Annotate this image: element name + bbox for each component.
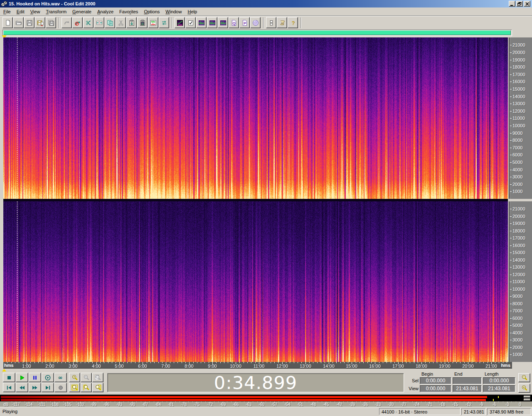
freq-tick-label: 12000 (512, 109, 525, 114)
save-file-button[interactable] (24, 17, 34, 28)
favorites-blocks-button[interactable] (266, 17, 276, 28)
close-button[interactable] (524, 1, 530, 7)
go-to-start-button[interactable] (3, 383, 15, 392)
restore-button[interactable] (516, 1, 523, 7)
view-end-value[interactable]: 21:43.081 (453, 385, 482, 392)
status-format-panel[interactable]: 44100 · 16-bit · Stereo (379, 408, 461, 415)
time-tick (193, 362, 194, 363)
time-tick (150, 362, 151, 363)
play-button[interactable] (16, 373, 28, 382)
stop-button[interactable] (3, 373, 15, 382)
fast-forward-button[interactable] (29, 383, 41, 392)
sel-header-begin: Begin (420, 371, 453, 377)
save-all-button[interactable] (46, 17, 56, 28)
menu-item-transform[interactable]: Transform (43, 8, 69, 15)
frequency-ruler-right[interactable]: 2100020000190001800017000160001500014000… (509, 201, 532, 362)
effect-block-2-button[interactable] (207, 17, 217, 28)
menu-item-favorites[interactable]: Favorites (116, 8, 141, 15)
menu-item-edit[interactable]: Edit (14, 8, 27, 15)
svg-text:P: P (244, 21, 246, 25)
cd-player-button[interactable] (250, 17, 261, 28)
time-display[interactable]: 0:34.899 (107, 373, 404, 392)
record-button[interactable] (54, 383, 67, 392)
menu-item-help[interactable]: Help (185, 8, 200, 15)
status-free-space-panel[interactable]: 3748.90 MB free (487, 408, 531, 415)
time-tick-label: 9:00 (208, 364, 217, 369)
sel-length-value[interactable]: 0:00.000 (483, 377, 515, 384)
menu-item-view[interactable]: View (27, 8, 43, 15)
db-tick-label: -105 (63, 402, 71, 407)
menu-item-generate[interactable]: Generate (69, 8, 94, 15)
pause-button[interactable] (29, 373, 41, 382)
freq-tick-label: 1000 (512, 189, 522, 194)
time-ruler[interactable]: 1:002:003:004:005:006:007:008:009:0010:0… (3, 362, 512, 369)
vertical-zoom-in-button[interactable] (518, 384, 530, 393)
view-begin-value[interactable]: 0:00.000 (420, 385, 451, 392)
freq-tick-label: 13000 (512, 101, 525, 106)
open-file-button[interactable] (13, 17, 24, 28)
time-tick-label: 17:00 (392, 364, 404, 369)
vertical-zoom-out-button[interactable] (518, 373, 530, 382)
convert-sample-type-button[interactable] (159, 17, 169, 28)
cut-button[interactable] (116, 17, 126, 28)
paste-to-new-button[interactable] (137, 17, 148, 28)
play-looped-button[interactable] (42, 373, 54, 382)
sel-end-value[interactable] (453, 377, 482, 384)
status-length-panel[interactable]: 21:43.081 (461, 408, 486, 415)
time-tick (480, 362, 480, 363)
spectrogram-right-channel[interactable] (3, 201, 508, 362)
overview-scrollbar[interactable] (3, 30, 511, 35)
menu-item-options[interactable]: Options (141, 8, 163, 15)
loop-button[interactable]: ∞ (54, 373, 67, 382)
time-tick (251, 362, 251, 363)
db-tick (382, 401, 382, 402)
zoom-out-button[interactable] (81, 373, 92, 382)
quality-doc-button[interactable]: Q (229, 17, 239, 28)
effect-block-1-button[interactable] (196, 17, 207, 28)
trim-button[interactable] (83, 17, 94, 28)
mix-paste-button[interactable] (148, 17, 158, 28)
scripts-button[interactable] (277, 17, 287, 28)
spectrogram-left-channel[interactable] (3, 37, 508, 199)
properties-doc-button[interactable]: P (239, 17, 250, 28)
minimize-button[interactable] (509, 1, 515, 7)
delete-silence-button[interactable] (94, 17, 104, 28)
menu-item-file[interactable]: File (0, 8, 14, 15)
zoom-right-edge-button[interactable] (92, 383, 103, 392)
db-tick (102, 401, 102, 402)
menu-item-window[interactable]: Window (163, 8, 185, 15)
zoom-left-edge-button[interactable] (81, 383, 92, 392)
clip-indicator[interactable] (524, 396, 530, 401)
new-file-button[interactable] (2, 17, 13, 28)
time-tick (383, 362, 383, 363)
copy-button[interactable] (105, 17, 115, 28)
rewind-button[interactable] (16, 383, 28, 392)
zoom-to-selection-button[interactable] (69, 383, 80, 392)
sel-begin-value[interactable]: 0:00.000 (420, 377, 451, 384)
frequency-ruler-left[interactable]: 2100020000190001800017000160001500014000… (509, 37, 532, 199)
paste-button[interactable] (126, 17, 137, 28)
time-tick-label: 21:00 (485, 364, 497, 369)
time-tick-label: 11:00 (254, 364, 265, 369)
menu-item-analyze[interactable]: Analyze (94, 8, 116, 15)
zoom-in-button[interactable] (69, 373, 80, 382)
freq-tick (510, 223, 512, 224)
level-meter[interactable] (0, 394, 532, 401)
effect-block-3-button[interactable] (218, 17, 228, 28)
view-length-value[interactable]: 21:43.081 (483, 385, 515, 392)
undo-button[interactable] (62, 17, 72, 28)
freq-tick (510, 104, 512, 104)
save-as-button[interactable] (35, 17, 45, 28)
freq-tick-label: 17000 (512, 72, 525, 77)
options-checkbox-button[interactable] (185, 17, 196, 28)
go-to-end-button[interactable] (42, 383, 54, 392)
zoom-full-button[interactable] (92, 373, 103, 382)
time-tick (488, 362, 488, 363)
freq-tick-label: 18000 (512, 64, 525, 69)
help-button[interactable]: ? (288, 17, 298, 28)
freq-tick-label: 9000 (512, 294, 522, 299)
disable-undo-button[interactable] (72, 17, 83, 28)
freq-tick-label: 6000 (512, 316, 522, 321)
time-tick (321, 362, 321, 363)
spectral-view-button[interactable] (175, 17, 185, 28)
